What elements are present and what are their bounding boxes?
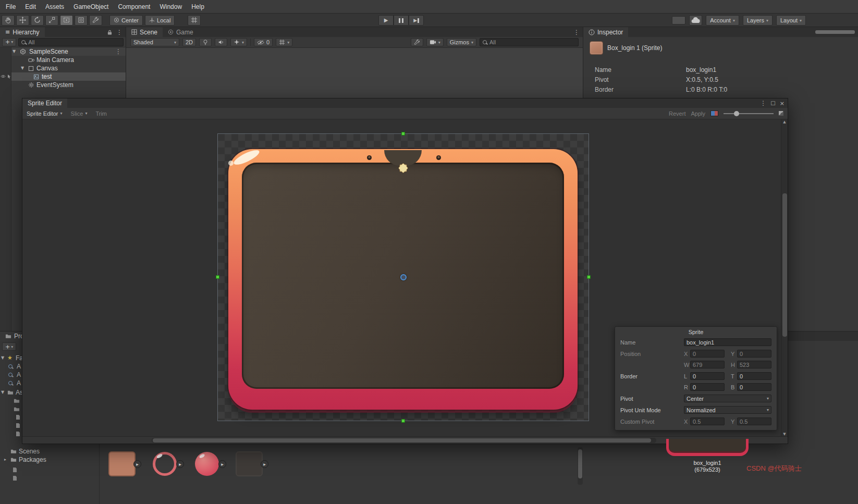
vertical-scroll-thumb[interactable] bbox=[782, 193, 787, 337]
shading-mode-dropdown[interactable]: Shaded ▾ bbox=[130, 38, 179, 46]
toggle-2d-button[interactable]: 2D bbox=[182, 38, 196, 46]
expand-subassets-icon[interactable]: ▶ bbox=[133, 460, 141, 468]
menu-assets[interactable]: Assets bbox=[41, 3, 69, 10]
pivot-mode-button[interactable]: Center bbox=[109, 15, 143, 26]
asset-thumbnail-box-sprite[interactable]: ▶ bbox=[107, 450, 137, 478]
rotate-tool-button[interactable] bbox=[31, 15, 44, 26]
component-tools-button[interactable] bbox=[411, 38, 423, 46]
expand-subassets-icon[interactable]: ▶ bbox=[261, 460, 268, 468]
asset-thumbnail-ring-sprite[interactable]: ▶ bbox=[150, 450, 180, 478]
pause-button[interactable] bbox=[394, 15, 409, 26]
hand-tool-button[interactable] bbox=[2, 15, 15, 26]
menu-edit[interactable]: Edit bbox=[20, 3, 41, 10]
play-button[interactable]: ▶ bbox=[378, 15, 394, 26]
step-button[interactable]: ▶ bbox=[409, 15, 424, 26]
border-l-field[interactable]: 0 bbox=[690, 372, 725, 380]
sprite-editor-mode-dropdown[interactable]: Sprite Editor ▾ bbox=[27, 110, 63, 117]
move-tool-button[interactable] bbox=[16, 15, 29, 26]
hierarchy-item-test[interactable]: test bbox=[11, 72, 126, 81]
scene-lighting-button[interactable] bbox=[199, 38, 212, 46]
sprite-h-field[interactable]: 523 bbox=[737, 361, 771, 368]
pickability-cursor-icon[interactable] bbox=[7, 74, 11, 79]
menu-help[interactable]: Help bbox=[187, 3, 209, 10]
asset-thumbnail-dark-sprite[interactable]: ▶ bbox=[234, 450, 264, 478]
zoom-slider-thumb[interactable] bbox=[734, 111, 739, 116]
asset-thumbnail-circle-sprite[interactable]: ▶ bbox=[192, 450, 222, 478]
collapse-icon[interactable]: ▼ bbox=[21, 66, 24, 70]
border-r-field[interactable]: 0 bbox=[690, 383, 725, 391]
rgb-alpha-toggle-icon[interactable] bbox=[710, 110, 718, 116]
camera-settings-dropdown[interactable]: ▾ bbox=[426, 38, 444, 46]
inspector-hscrollbar[interactable] bbox=[815, 30, 855, 34]
expand-subassets-icon[interactable]: ▶ bbox=[218, 460, 226, 468]
panel-menu-icon[interactable]: ⋮ bbox=[116, 29, 122, 35]
collapse-icon[interactable]: ▼ bbox=[13, 50, 16, 54]
rect-tool-button[interactable] bbox=[60, 15, 73, 26]
expand-icon[interactable]: ▸ bbox=[4, 458, 6, 462]
lock-icon[interactable] bbox=[107, 30, 112, 35]
inspector-tab[interactable]: Inspector bbox=[583, 27, 628, 37]
apply-button[interactable]: Apply bbox=[691, 110, 705, 117]
hierarchy-item-canvas[interactable]: ▼ Canvas bbox=[11, 64, 126, 72]
sprite-w-field[interactable]: 679 bbox=[690, 361, 725, 368]
layers-dropdown[interactable]: Layers▾ bbox=[743, 15, 773, 26]
create-object-button[interactable]: + ▾ bbox=[2, 38, 16, 46]
game-tab[interactable]: Game bbox=[163, 27, 199, 37]
project-create-button[interactable]: + ▾ bbox=[2, 342, 16, 351]
hierarchy-item-eventsystem[interactable]: EventSystem bbox=[11, 81, 126, 89]
scroll-up-icon[interactable]: ▲ bbox=[781, 120, 788, 124]
expand-subassets-icon[interactable]: ▶ bbox=[176, 460, 184, 468]
sprite-pivot-marker[interactable] bbox=[400, 274, 407, 280]
revert-button[interactable]: Revert bbox=[669, 110, 685, 117]
window-menu-icon[interactable]: ⋮ bbox=[760, 100, 766, 106]
sprite-x-field[interactable]: 0 bbox=[690, 350, 725, 358]
asset-grid-scrollbar[interactable] bbox=[578, 447, 583, 485]
pivot-dropdown[interactable]: Center ▾ bbox=[684, 395, 771, 402]
hierarchy-tab[interactable]: ≡ Hierarchy bbox=[0, 27, 45, 37]
collapse-icon[interactable]: ▼ bbox=[1, 390, 4, 395]
sprite-handle-bottom[interactable] bbox=[401, 419, 405, 423]
cloud-button[interactable] bbox=[689, 15, 702, 26]
custom-tool-button[interactable] bbox=[89, 15, 102, 26]
scene-search-input[interactable]: All bbox=[480, 38, 579, 46]
custom-pivot-y-field[interactable]: 0.5 bbox=[737, 417, 771, 425]
grid-snap-button[interactable] bbox=[188, 15, 201, 26]
sprite-name-field[interactable]: box_login1 bbox=[684, 338, 771, 346]
gizmos-dropdown[interactable]: Gizmos▾ bbox=[447, 38, 476, 46]
account-dropdown[interactable]: Account▾ bbox=[706, 15, 739, 26]
menu-window[interactable]: Window bbox=[155, 3, 187, 10]
scale-tool-button[interactable] bbox=[45, 15, 58, 26]
close-icon[interactable]: × bbox=[780, 101, 785, 106]
scene-effects-dropdown[interactable]: ▾ bbox=[230, 38, 247, 46]
hierarchy-search-input[interactable]: All bbox=[18, 38, 124, 46]
sprite-asset-thumbnail[interactable] bbox=[590, 41, 603, 55]
trim-button[interactable]: Trim bbox=[95, 110, 107, 117]
scene-tab[interactable]: Scene bbox=[126, 27, 163, 37]
border-b-field[interactable]: 0 bbox=[737, 383, 771, 391]
canvas-vertical-scrollbar[interactable]: ▲ ▼ bbox=[781, 119, 788, 437]
project-scenes-folder[interactable]: Scenes bbox=[0, 447, 98, 455]
mip-level-icon[interactable] bbox=[779, 111, 783, 116]
zoom-slider[interactable] bbox=[724, 110, 774, 117]
sprite-editor-tab[interactable]: Sprite Editor bbox=[22, 99, 67, 108]
hierarchy-item-samplescene[interactable]: ▼ SampleScene ⋮ bbox=[11, 47, 126, 56]
pivot-unit-mode-dropdown[interactable]: Normalized ▾ bbox=[684, 406, 771, 414]
project-file[interactable] bbox=[0, 466, 98, 474]
scene-audio-button[interactable] bbox=[215, 38, 227, 46]
horizontal-scroll-thumb[interactable] bbox=[153, 438, 651, 442]
project-packages-folder[interactable]: ▸ Packages bbox=[0, 456, 98, 463]
hierarchy-item-main-camera[interactable]: Main Camera bbox=[11, 56, 126, 64]
border-t-field[interactable]: 0 bbox=[737, 372, 771, 380]
menu-gameobject[interactable]: GameObject bbox=[69, 3, 113, 10]
asset-preview-image[interactable] bbox=[666, 439, 749, 456]
visibility-eye-icon[interactable] bbox=[1, 75, 6, 78]
menu-component[interactable]: Component bbox=[113, 3, 155, 10]
sprite-handle-right[interactable] bbox=[587, 275, 591, 279]
collapse-icon[interactable]: ▼ bbox=[1, 356, 4, 360]
scene-visibility-button[interactable]: 0 bbox=[254, 38, 273, 46]
slice-dropdown[interactable]: Slice ▾ bbox=[71, 110, 88, 117]
sprite-handle-left[interactable] bbox=[216, 275, 219, 279]
sprite-handle-top[interactable] bbox=[401, 132, 405, 136]
scene-options-icon[interactable]: ⋮ bbox=[115, 48, 121, 55]
sprite-y-field[interactable]: 0 bbox=[737, 350, 771, 358]
